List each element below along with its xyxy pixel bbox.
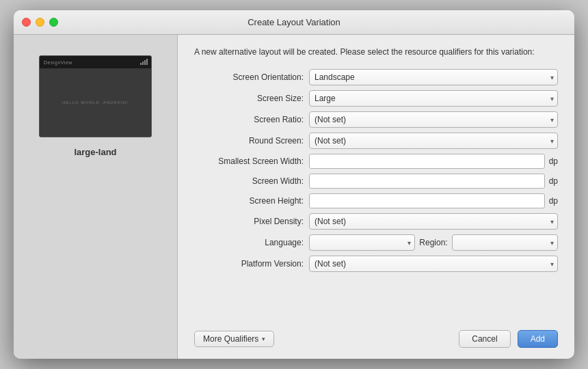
smallest-screen-width-row: dp <box>309 154 558 169</box>
window-title: Create Layout Variation <box>248 17 340 27</box>
pixel-density-control[interactable]: (Not set) ldpi mdpi hdpi xhdpi xxhdpi xx… <box>309 213 558 230</box>
smallest-screen-width-input[interactable] <box>309 154 545 169</box>
smallest-screen-width-label: Smallest Screen Width: <box>194 156 304 166</box>
close-button[interactable] <box>22 18 31 27</box>
screen-size-select[interactable]: Large Small Normal X-Large <box>309 90 558 107</box>
dialog-window: Create Layout Variation DesignView Hello… <box>14 10 574 359</box>
language-control[interactable] <box>309 234 415 251</box>
add-button[interactable]: Add <box>518 330 558 348</box>
footer: More Qualifiers ▾ Cancel Add <box>194 319 558 348</box>
screen-width-row: dp <box>309 174 558 189</box>
language-label: Language: <box>194 238 304 247</box>
platform-version-select[interactable]: (Not set) <box>309 256 558 272</box>
preview-toolbar: DesignView <box>40 56 151 68</box>
region-control[interactable] <box>452 234 558 251</box>
screen-orientation-control[interactable]: Landscape Portrait <box>309 69 558 85</box>
screen-height-dp: dp <box>549 196 558 206</box>
title-bar: Create Layout Variation <box>14 10 574 35</box>
screen-orientation-select[interactable]: Landscape Portrait <box>309 69 558 85</box>
content-panel: A new alternative layout will be created… <box>178 35 574 359</box>
round-screen-select[interactable]: (Not set) Round Not Round <box>309 133 558 149</box>
screen-ratio-label: Screen Ratio: <box>194 115 304 124</box>
maximize-button[interactable] <box>49 18 58 27</box>
screen-size-label: Screen Size: <box>194 94 304 103</box>
round-screen-label: Round Screen: <box>194 136 304 146</box>
window-body: DesignView Hello World, Android! large-l… <box>14 35 574 359</box>
language-select[interactable] <box>309 234 415 251</box>
preview-inner-text: Hello World, Android! <box>62 100 129 105</box>
region-select[interactable] <box>452 234 558 251</box>
smallest-screen-width-dp: dp <box>549 156 558 166</box>
screen-ratio-select[interactable]: (Not set) Long Not Long <box>309 111 558 128</box>
form-grid: Screen Orientation: Landscape Portrait S… <box>194 69 558 272</box>
sidebar: DesignView Hello World, Android! large-l… <box>14 35 178 359</box>
screen-width-input[interactable] <box>309 174 545 189</box>
description-text: A new alternative layout will be created… <box>194 46 558 58</box>
screen-width-label: Screen Width: <box>194 176 304 186</box>
layout-preview: DesignView Hello World, Android! <box>39 55 152 137</box>
screen-size-control[interactable]: Large Small Normal X-Large <box>309 90 558 107</box>
platform-version-label: Platform Version: <box>194 259 304 269</box>
round-screen-control[interactable]: (Not set) Round Not Round <box>309 133 558 149</box>
more-qualifiers-button[interactable]: More Qualifiers ▾ <box>194 331 274 347</box>
screen-width-dp: dp <box>549 176 558 186</box>
platform-version-control[interactable]: (Not set) <box>309 256 558 272</box>
action-buttons: Cancel Add <box>459 330 558 348</box>
pixel-density-select[interactable]: (Not set) ldpi mdpi hdpi xhdpi xxhdpi xx… <box>309 213 558 230</box>
language-row: Region: <box>309 234 558 251</box>
more-qualifiers-arrow-icon: ▾ <box>262 336 265 342</box>
region-label: Region: <box>419 238 447 247</box>
screen-height-row: dp <box>309 193 558 208</box>
more-qualifiers-label: More Qualifiers <box>203 334 258 344</box>
screen-orientation-label: Screen Orientation: <box>194 72 304 82</box>
minimize-button[interactable] <box>36 18 44 27</box>
screen-height-label: Screen Height: <box>194 196 304 206</box>
preview-label: large-land <box>74 147 116 157</box>
preview-toolbar-text: DesignView <box>44 60 72 65</box>
signal-icon <box>140 59 148 65</box>
cancel-button[interactable]: Cancel <box>459 330 510 348</box>
screen-height-input[interactable] <box>309 193 545 208</box>
traffic-lights <box>22 18 58 27</box>
screen-ratio-control[interactable]: (Not set) Long Not Long <box>309 111 558 128</box>
preview-content: Hello World, Android! <box>40 68 151 137</box>
pixel-density-label: Pixel Density: <box>194 217 304 226</box>
